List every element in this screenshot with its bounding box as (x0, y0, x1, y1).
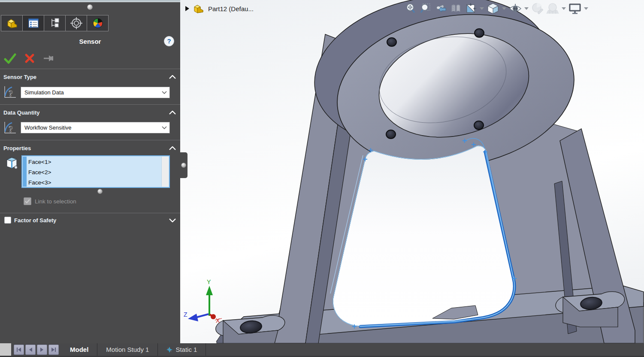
dimxpert-manager-icon (70, 17, 83, 30)
sensor-type-dropdown[interactable]: Simulation Data (21, 87, 170, 98)
tab-model[interactable]: Model (61, 343, 97, 356)
graphics-viewport[interactable]: Y Z X Part12 (Defau... (180, 0, 644, 343)
edit-appearance-icon[interactable] (531, 2, 544, 15)
tab-nav-buttons (11, 343, 61, 356)
part-icon (193, 3, 204, 14)
zoom-to-fit-icon[interactable] (404, 2, 417, 15)
hide-show-items-icon[interactable] (509, 2, 522, 15)
section-factor-of-safety-header[interactable]: Factor of Safety (0, 215, 180, 227)
collapse-chevron-icon[interactable] (169, 111, 176, 115)
link-to-selection-checkbox[interactable] (24, 197, 31, 205)
divider (0, 213, 180, 213)
face-list-item[interactable]: Face<2> (28, 167, 161, 178)
view-orientation-dropdown-icon[interactable] (480, 7, 484, 10)
last-tab-button[interactable] (48, 345, 59, 355)
divider (0, 140, 180, 140)
svg-text:?: ? (9, 89, 13, 98)
svg-text:?: ? (9, 124, 13, 134)
panel-top-strip (0, 0, 180, 2)
tab-featuremanager-tree[interactable] (1, 15, 23, 31)
collapse-chevron-icon[interactable] (169, 75, 176, 79)
svg-text:Y: Y (207, 278, 211, 285)
part-tree-label[interactable]: Part12 (Defau... (208, 5, 254, 12)
dropdown-chevron-icon (159, 87, 169, 98)
solidworks-window: Y Z X Part12 (Defau... (0, 0, 644, 357)
heads-up-toolbar (404, 2, 589, 15)
tab-configuration-manager[interactable] (44, 15, 66, 31)
data-quantity-dropdown[interactable]: Workflow Sensitive (21, 122, 170, 133)
help-button[interactable]: ? (164, 36, 174, 46)
section-sensor-type-header[interactable]: Sensor Type (0, 72, 180, 83)
dropdown-chevron-icon (159, 122, 169, 133)
ok-button[interactable] (3, 53, 16, 64)
apply-scene-icon[interactable] (546, 2, 559, 15)
section-data-quantity-header[interactable]: Data Quantity (0, 108, 180, 119)
first-tab-button[interactable] (14, 345, 24, 355)
tab-property-manager[interactable] (22, 15, 44, 31)
listbox-accent-strip (23, 157, 27, 187)
factor-of-safety-label: Factor of Safety (14, 217, 56, 224)
tab-dimxpert-manager[interactable] (65, 15, 87, 31)
display-style-dropdown-icon[interactable] (502, 7, 506, 10)
tab-motion-study-label: Motion Study 1 (106, 346, 149, 353)
listbox-resize-handle[interactable] (97, 189, 103, 194)
configuration-manager-icon (49, 17, 61, 29)
tab-motion-study-1[interactable]: Motion Study 1 (97, 343, 158, 356)
panel-title: Sensor (0, 36, 180, 47)
display-manager-icon (91, 17, 104, 30)
section-properties-header[interactable]: Properties (0, 143, 180, 154)
sensor-type-label: Sensor Type (3, 74, 36, 80)
study-tab-bar: Model Motion Study 1 Static 1 (0, 343, 644, 357)
data-quantity-icon: ? (3, 121, 18, 135)
orientation-triad: Y Z X (184, 278, 222, 324)
view-settings-icon[interactable] (568, 2, 581, 15)
expand-chevron-icon[interactable] (169, 218, 176, 222)
face-list-item[interactable]: Face<3> (28, 178, 161, 188)
zoom-to-area-icon[interactable] (419, 2, 432, 15)
property-manager-panel: Sensor ? Sensor Type ? (0, 0, 180, 343)
properties-label: Properties (3, 145, 31, 151)
previous-view-icon[interactable] (434, 2, 447, 15)
view-settings-dropdown-icon[interactable] (584, 7, 588, 10)
manager-tab-bar (1, 15, 108, 31)
display-style-icon[interactable] (487, 2, 499, 15)
tab-bar-grip[interactable] (0, 343, 11, 356)
faces-listbox[interactable]: Face<1> Face<2> Face<3> (21, 155, 170, 188)
view-orientation-icon[interactable] (464, 2, 477, 15)
featuremanager-tree-icon (6, 17, 18, 29)
bolt-hole-4[interactable] (474, 121, 484, 130)
part-3d-view[interactable]: Y Z X (180, 0, 644, 343)
bolt-hole-3[interactable] (386, 130, 396, 139)
svg-text:Z: Z (184, 311, 187, 318)
prev-tab-button[interactable] (25, 345, 36, 355)
apply-scene-dropdown-icon[interactable] (562, 7, 566, 10)
collapse-chevron-icon[interactable] (169, 146, 176, 150)
section-view-icon[interactable] (449, 2, 462, 15)
hide-show-dropdown-icon[interactable] (524, 7, 529, 10)
link-to-selection-label: Link to selection (35, 198, 76, 205)
sensor-type-icon: ? (3, 85, 18, 100)
property-manager-icon (27, 18, 39, 29)
svg-text:X: X (216, 317, 220, 324)
data-quantity-label: Data Quantity (3, 109, 40, 116)
face-selection-icon (4, 155, 19, 171)
panel-grab-handle[interactable] (87, 4, 93, 10)
panel-splitter-handle[interactable] (180, 152, 187, 178)
next-tab-button[interactable] (37, 345, 47, 355)
divider (0, 104, 180, 105)
divider (0, 69, 180, 69)
cancel-button[interactable] (24, 53, 35, 64)
link-to-selection-row: Link to selection (24, 197, 76, 205)
listbox-scrollbar[interactable] (161, 157, 169, 187)
pin-button[interactable] (43, 54, 55, 63)
tab-static-1[interactable]: Static 1 (158, 343, 206, 356)
factor-of-safety-checkbox[interactable] (4, 217, 11, 224)
data-quantity-value: Workflow Sensitive (21, 124, 159, 131)
face-list-item[interactable]: Face<1> (28, 157, 161, 167)
bolt-hole-2[interactable] (475, 29, 484, 37)
tab-display-manager[interactable] (87, 15, 109, 31)
splitter-dot-icon (181, 163, 186, 168)
sensor-type-value: Simulation Data (21, 89, 159, 96)
bolt-hole-1[interactable] (387, 38, 396, 46)
tree-flyout-arrow-icon[interactable] (185, 6, 189, 11)
